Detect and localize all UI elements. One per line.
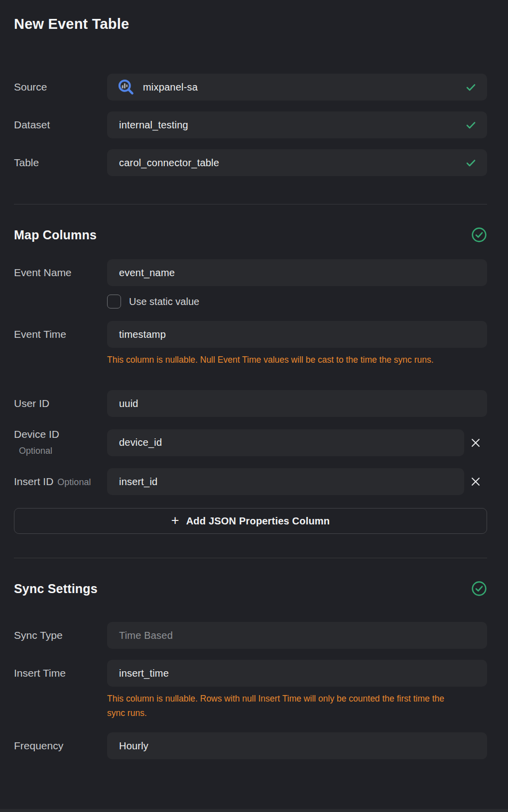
user-id-value: uuid: [119, 398, 138, 409]
source-value: mixpanel-sa: [143, 82, 198, 93]
insert-time-nullable-warning: This column is nullable. Rows with null …: [14, 692, 458, 720]
device-id-select[interactable]: device_id: [107, 429, 464, 456]
frequency-select[interactable]: Hourly: [107, 732, 487, 759]
device-id-row: Device ID Optional device_id: [14, 428, 487, 457]
device-id-optional-label: Optional: [14, 444, 107, 457]
device-id-remove-button[interactable]: [464, 429, 487, 456]
source-row: Source mixpanel-sa: [14, 74, 487, 101]
dataset-select[interactable]: internal_testing: [107, 111, 487, 138]
dataset-value: internal_testing: [119, 119, 188, 131]
source-valid-check-icon: [466, 83, 476, 92]
event-name-row: Event Name event_name: [14, 259, 487, 286]
sync-type-row: Sync Type Time Based: [14, 622, 487, 649]
dataset-valid-check-icon: [466, 121, 476, 129]
insert-id-optional-label: Optional: [57, 477, 91, 487]
add-json-properties-column-button[interactable]: + Add JSON Properties Column: [14, 508, 487, 534]
page-title: New Event Table: [14, 15, 487, 33]
event-name-value: event_name: [119, 267, 175, 279]
table-select[interactable]: carol_connector_table: [107, 149, 487, 176]
dataset-row: Dataset internal_testing: [14, 111, 487, 138]
insert-time-label: Insert Time: [14, 667, 107, 680]
user-id-row: User ID uuid: [14, 390, 487, 417]
insert-id-label: Insert ID: [14, 476, 53, 487]
insert-id-select[interactable]: insert_id: [107, 468, 464, 495]
new-event-table-form: New Event Table Source mixpanel-sa Datas…: [0, 0, 508, 759]
source-select[interactable]: mixpanel-sa: [107, 74, 487, 101]
frequency-label: Frequency: [14, 739, 107, 752]
map-columns-title: Map Columns: [14, 228, 97, 242]
frequency-value: Hourly: [119, 740, 148, 752]
dataset-label: Dataset: [14, 118, 107, 131]
table-valid-check-icon: [466, 159, 476, 167]
insert-time-row: Insert Time insert_time: [14, 660, 487, 687]
event-name-label: Event Name: [14, 266, 107, 279]
insert-time-value: insert_time: [119, 668, 169, 679]
use-static-value-label: Use static value: [129, 296, 199, 307]
sync-type-label: Sync Type: [14, 629, 107, 642]
device-id-label: Device ID: [14, 428, 59, 440]
event-time-label: Event Time: [14, 328, 107, 341]
use-static-value-checkbox[interactable]: [107, 295, 121, 308]
event-name-select[interactable]: event_name: [107, 259, 487, 286]
close-x-icon: [471, 438, 481, 448]
close-x-icon: [471, 477, 481, 487]
bigquery-source-icon: [117, 78, 135, 96]
insert-id-row: Insert IDOptional insert_id: [14, 468, 487, 495]
table-value: carol_connector_table: [119, 157, 219, 169]
source-label: Source: [14, 81, 107, 94]
add-json-properties-label: Add JSON Properties Column: [186, 515, 330, 527]
section-divider: [14, 204, 487, 204]
event-time-select[interactable]: timestamp: [107, 321, 487, 348]
map-columns-header: Map Columns: [14, 226, 487, 243]
sync-settings-title: Sync Settings: [14, 582, 98, 596]
frequency-row: Frequency Hourly: [14, 732, 487, 759]
table-label: Table: [14, 156, 107, 169]
sync-type-value: Time Based: [119, 630, 173, 641]
event-time-row: Event Time timestamp: [14, 321, 487, 348]
insert-id-remove-button[interactable]: [464, 468, 487, 495]
insert-id-value: insert_id: [119, 476, 157, 488]
section-divider: [14, 558, 487, 558]
event-time-nullable-warning: This column is nullable. Null Event Time…: [14, 353, 458, 367]
event-time-value: timestamp: [119, 329, 166, 340]
sync-type-select-disabled: Time Based: [107, 622, 487, 649]
device-id-value: device_id: [119, 437, 162, 448]
footer-bar-edge: [0, 809, 508, 812]
user-id-select[interactable]: uuid: [107, 390, 487, 417]
user-id-label: User ID: [14, 397, 107, 410]
sync-settings-valid-circle-check-icon: [471, 581, 487, 597]
use-static-value-row: Use static value: [14, 294, 487, 309]
map-columns-valid-circle-check-icon: [471, 227, 487, 243]
insert-time-select[interactable]: insert_time: [107, 660, 487, 687]
table-row: Table carol_connector_table: [14, 149, 487, 176]
sync-settings-header: Sync Settings: [14, 580, 487, 597]
